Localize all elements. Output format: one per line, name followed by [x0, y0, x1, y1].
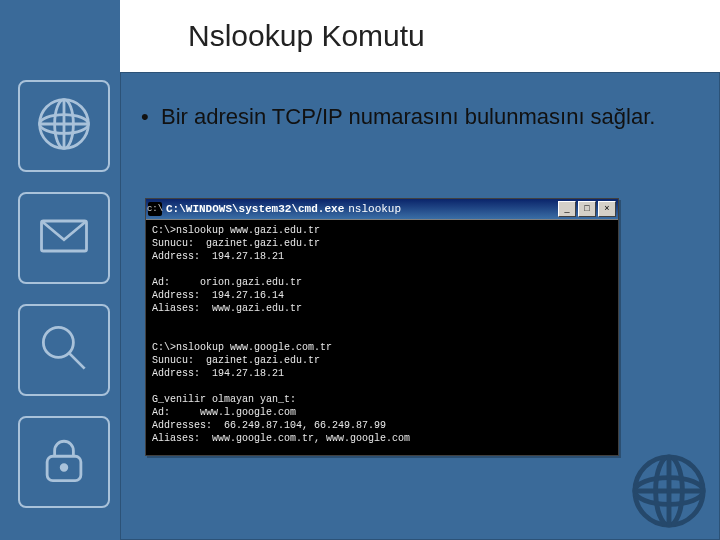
lock-icon	[34, 430, 94, 494]
command-prompt-window: c:\ C:\WINDOWS\system32\cmd.exe nslookup…	[145, 198, 619, 456]
cmd-output: C:\>nslookup www.gazi.edu.tr Sunucu: gaz…	[146, 219, 618, 455]
minimize-button[interactable]: _	[558, 201, 576, 217]
close-button[interactable]: ×	[598, 201, 616, 217]
sidebar-item-lock	[18, 416, 110, 508]
sidebar-item-globe	[18, 80, 110, 172]
cmd-titlebar: c:\ C:\WINDOWS\system32\cmd.exe nslookup…	[146, 199, 618, 219]
cmd-title-path: C:\WINDOWS\system32\cmd.exe	[166, 203, 344, 215]
cmd-icon: c:\	[148, 202, 162, 216]
sidebar-item-mail	[18, 192, 110, 284]
svg-point-9	[61, 465, 67, 471]
svg-line-7	[70, 354, 85, 369]
cmd-title-arg: nslookup	[348, 203, 401, 215]
globe-icon	[34, 94, 94, 158]
search-icon	[34, 318, 94, 382]
sidebar-item-search	[18, 304, 110, 396]
page-title: Nslookup Komutu	[120, 19, 425, 53]
footer-globe-icon	[630, 452, 708, 530]
svg-point-6	[43, 327, 73, 357]
maximize-button[interactable]: □	[578, 201, 596, 217]
mail-icon	[34, 206, 94, 270]
bullet-text: Bir adresin TCP/IP numarasını bulunmasın…	[161, 103, 689, 131]
sidebar	[18, 80, 106, 508]
